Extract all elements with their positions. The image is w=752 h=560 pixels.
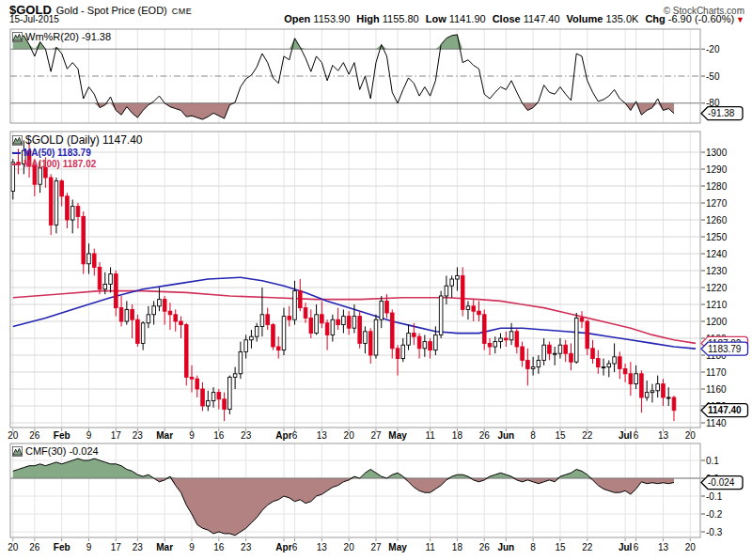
x-axis-label: 13: [658, 542, 669, 552]
chart-canvas: -20-50-80-91.381300129012801270126012501…: [0, 0, 752, 560]
candle-body: [439, 296, 443, 334]
candle-body: [206, 401, 210, 406]
x-axis-label: 11: [425, 430, 435, 441]
candle-body: [141, 323, 145, 344]
candle-body: [542, 345, 546, 360]
candle-body: [623, 368, 627, 373]
x-axis-label: 8: [530, 542, 536, 552]
candle-body: [276, 347, 280, 350]
candle-body: [66, 196, 70, 220]
x-axis-label: 23: [133, 542, 144, 552]
candle-body: [591, 349, 595, 359]
x-axis-label: 6: [292, 542, 298, 552]
candle-body: [613, 357, 617, 364]
candle-body: [337, 319, 340, 324]
candle-body: [574, 318, 578, 362]
cmf-label-text: CMF(30) -0.024: [25, 445, 99, 457]
candle-body: [401, 345, 405, 358]
indicator-area-fill: [13, 103, 674, 119]
candle-body: [466, 306, 470, 310]
wmr-line: [13, 35, 674, 119]
candle-body: [244, 340, 248, 352]
candle-body: [49, 178, 53, 225]
candle-body: [537, 360, 540, 366]
mini-chart-icon: [12, 32, 23, 42]
x-axis-label: 26: [479, 542, 491, 552]
candle-body: [407, 334, 411, 346]
candle-body: [385, 301, 389, 313]
candle-body: [499, 338, 503, 342]
main-title-row: $GOLD (Daily) 1147.40: [12, 133, 143, 147]
chart-date: 15-Jul-2015: [9, 14, 59, 24]
x-axis-label: 20: [8, 542, 19, 552]
indicator-area-fill: [13, 35, 674, 49]
candle-body: [482, 315, 486, 344]
candle-body: [321, 315, 324, 323]
quote-value: -6.90 (-0.60%): [668, 13, 734, 24]
x-axis-label: 17: [111, 542, 122, 552]
candle-body: [315, 315, 319, 334]
candle-body: [119, 308, 123, 321]
candle-body: [325, 323, 329, 335]
candle-body: [656, 384, 660, 391]
x-axis-label: Jun: [497, 542, 514, 552]
x-axis-label: 9: [86, 542, 92, 552]
candle-body: [131, 309, 134, 319]
axis-label: 1170: [706, 367, 727, 378]
candle-body: [450, 279, 454, 286]
candle-body: [586, 321, 589, 349]
candle-body: [212, 393, 215, 401]
candle-body: [293, 291, 297, 320]
quote-label: Chg: [645, 13, 665, 24]
x-axis-label: Mar: [156, 542, 173, 552]
axis-label: 1210: [706, 300, 728, 310]
candle-body: [70, 207, 74, 220]
x-axis-label: Apr: [275, 430, 291, 441]
main-title: $GOLD (Daily) 1147.40: [25, 133, 143, 147]
x-axis-label: 13: [317, 542, 328, 552]
candle-body: [564, 345, 568, 353]
quote-value: 1153.90: [313, 13, 350, 24]
x-axis-label: 20: [344, 430, 355, 441]
candle-body: [125, 309, 129, 321]
candle-body: [298, 291, 302, 308]
candle-body: [76, 207, 80, 217]
candle-body: [417, 336, 421, 349]
candle-body: [380, 301, 384, 319]
candle-body: [472, 306, 476, 311]
candle-body: [136, 319, 140, 343]
candle-body: [239, 351, 243, 373]
candle-body: [526, 360, 530, 368]
candle-body: [580, 318, 584, 321]
candle-body: [92, 254, 96, 267]
candle-body: [60, 181, 64, 196]
axis-label: 1250: [706, 232, 728, 242]
candle-body: [515, 332, 519, 347]
candle-body: [260, 315, 264, 327]
x-axis-label: Mar: [156, 430, 173, 441]
axis-label: -0.1: [706, 491, 723, 502]
candle-body: [505, 338, 509, 340]
candle-body: [456, 275, 460, 279]
candle-body: [331, 319, 335, 334]
candle-body: [445, 286, 448, 296]
x-axis-label: 8: [530, 430, 536, 441]
candle-body: [180, 321, 183, 325]
axis-label: 1200: [706, 317, 728, 327]
candle-body: [461, 275, 464, 309]
candle-body: [619, 357, 622, 369]
axis-label: -50: [706, 71, 720, 82]
candle-body: [478, 311, 481, 315]
x-axis-label: 6: [634, 542, 639, 552]
axis-value-box-label: -0.024: [708, 477, 735, 488]
candle-body: [521, 347, 525, 360]
axis-label: 1160: [706, 384, 727, 395]
candle-body: [272, 325, 275, 347]
x-axis-label: 6: [634, 430, 639, 441]
candle-body: [255, 326, 258, 336]
x-axis-label: 13: [317, 430, 328, 441]
candle-body: [109, 274, 113, 285]
candle-body: [666, 397, 670, 398]
candle-body: [509, 332, 513, 340]
ma100-line-swatch-icon: [12, 163, 21, 165]
